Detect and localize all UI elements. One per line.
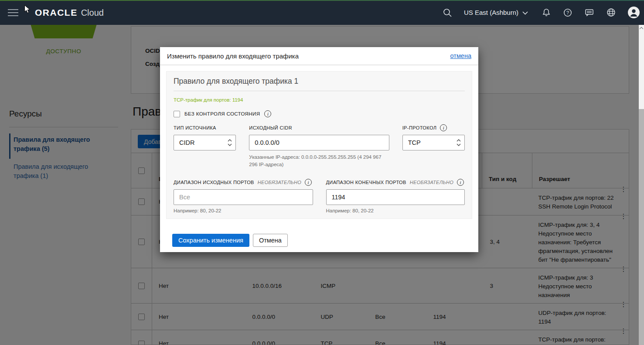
modal-cancel-link[interactable]: отмена bbox=[450, 52, 472, 59]
stateless-info-icon[interactable]: i bbox=[264, 110, 271, 117]
topbar: ORACLE Cloud US East (Ashburn) bbox=[0, 0, 644, 25]
stateless-label: БЕЗ КОНТРОЛЯ СОСТОЯНИЯ bbox=[184, 111, 260, 116]
screen: ДОСТУПНО Ресурсы Правила для входящего т… bbox=[0, 0, 644, 345]
optional-label: НЕОБЯЗАТЕЛЬНО bbox=[410, 180, 453, 185]
source-cidr-label: ИСХОДНЫЙ CIDR bbox=[249, 124, 389, 131]
language-globe-icon[interactable] bbox=[606, 7, 616, 17]
scrollbar-up-arrow-icon[interactable] bbox=[640, 27, 643, 30]
modal-footer: Сохранить изменения Отмена bbox=[172, 234, 472, 247]
modal-body: Правило для входящего трафика 1 TCP-траф… bbox=[160, 65, 478, 247]
rule-title: Правило для входящего трафика 1 bbox=[174, 77, 465, 91]
protocol-label: IP-ПРОТОКОЛ bbox=[402, 125, 437, 130]
source-cidr-input[interactable] bbox=[249, 135, 389, 150]
modal-title: Изменить правило для входящего трафика bbox=[167, 52, 450, 60]
cancel-button[interactable]: Отмена bbox=[253, 234, 288, 247]
source-type-select[interactable] bbox=[174, 135, 236, 150]
user-avatar[interactable] bbox=[628, 7, 640, 18]
menu-button[interactable] bbox=[8, 9, 18, 16]
brand-oracle: ORACLE bbox=[35, 7, 78, 18]
stateless-row: БЕЗ КОНТРОЛЯ СОСТОЯНИЯ i bbox=[174, 110, 465, 117]
dst-ports-label: ДИАПАЗОН КОНЕЧНЫХ ПОРТОВ bbox=[326, 180, 406, 185]
edit-ingress-rule-modal: Изменить правило для входящего трафика о… bbox=[160, 47, 478, 252]
dst-ports-hint: Например: 80, 20-22 bbox=[326, 208, 465, 213]
source-type-label: ТИП ИСТОЧНИКА bbox=[174, 124, 236, 131]
protocol-info-icon[interactable]: i bbox=[440, 124, 447, 131]
rule-summary: TCP-трафик для портов: 1194 bbox=[174, 97, 465, 102]
region-label: US East (Ashburn) bbox=[464, 9, 518, 16]
brand-cloud: Cloud bbox=[81, 8, 104, 18]
search-icon[interactable] bbox=[443, 8, 452, 17]
src-ports-input[interactable] bbox=[174, 189, 313, 205]
dst-ports-info-icon[interactable]: i bbox=[457, 179, 464, 186]
modal-header: Изменить правило для входящего трафика о… bbox=[160, 47, 478, 65]
svg-text:?: ? bbox=[566, 10, 569, 15]
notifications-bell-icon[interactable] bbox=[542, 8, 551, 17]
region-selector[interactable]: US East (Ashburn) bbox=[464, 9, 528, 16]
src-ports-label: ДИАПАЗОН ИСХОДНЫХ ПОРТОВ bbox=[174, 180, 254, 185]
source-cidr-help: Указанные IP-адреса: 0.0.0.0-255.255.255… bbox=[249, 154, 389, 168]
form-row-1: ТИП ИСТОЧНИКА ИСХОДНЫЙ bbox=[174, 124, 465, 168]
dst-ports-input[interactable] bbox=[326, 189, 465, 205]
protocol-select[interactable] bbox=[402, 135, 465, 150]
form-row-2: ДИАПАЗОН ИСХОДНЫХ ПОРТОВ НЕОБЯЗАТЕЛЬНО i… bbox=[174, 179, 465, 213]
rule-card: Правило для входящего трафика 1 TCP-траф… bbox=[166, 71, 472, 219]
stateless-checkbox[interactable] bbox=[174, 111, 180, 117]
oracle-cloud-logo[interactable]: ORACLE Cloud bbox=[35, 7, 104, 18]
chevron-down-icon bbox=[522, 9, 528, 16]
scrollbar-thumb[interactable] bbox=[639, 109, 644, 345]
announcements-icon[interactable] bbox=[584, 8, 594, 17]
help-icon[interactable]: ? bbox=[563, 8, 572, 17]
save-changes-button[interactable]: Сохранить изменения bbox=[172, 234, 249, 247]
src-ports-hint: Например: 80, 20-22 bbox=[174, 208, 313, 213]
optional-label: НЕОБЯЗАТЕЛЬНО bbox=[258, 180, 301, 185]
page-scrollbar[interactable] bbox=[639, 25, 644, 345]
top-accent-strip bbox=[0, 0, 644, 1]
src-ports-info-icon[interactable]: i bbox=[305, 179, 312, 186]
